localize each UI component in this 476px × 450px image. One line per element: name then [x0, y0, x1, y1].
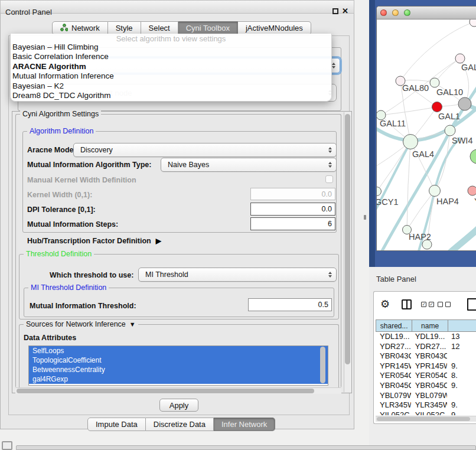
tab-infer-network[interactable]: Infer Network [214, 418, 275, 431]
mi-steps-label: Mutual Information Steps: [27, 220, 118, 229]
apply-button[interactable]: Apply [159, 399, 198, 412]
dropdown-item[interactable]: Dream8 DC_TDC Algorithm [11, 91, 331, 100]
network-window-titlebar[interactable] [377, 6, 476, 19]
tab-label: Network [71, 24, 100, 32]
mi-threshold-value: 0.5 [318, 301, 328, 309]
select-all-checkbox-icon[interactable]: ✓ [429, 302, 434, 307]
which-threshold-combo[interactable]: MI Threshold [138, 268, 337, 282]
node-label: SWI4 [452, 136, 472, 145]
collapse-arrow-icon[interactable]: ▼ [129, 321, 136, 328]
tab-label: jActiveMNodules [246, 24, 303, 32]
close-icon[interactable]: ✕ [342, 6, 348, 15]
float-window-icon[interactable] [332, 8, 338, 14]
tab-select[interactable]: Select [141, 21, 178, 35]
tab-jactivemnodules[interactable]: jActiveMNodules [238, 21, 311, 35]
tab-network[interactable]: Network [52, 21, 108, 35]
table-row[interactable]: YIL052CYIL052C9 [376, 410, 476, 415]
tab-impute-data[interactable]: Impute Data [87, 418, 146, 431]
table-cell: YLR345W [411, 400, 447, 410]
network-node-gcy1[interactable] [377, 187, 382, 196]
kernel-width-value: 0.0 [322, 190, 332, 198]
table-row[interactable]: YLR345WYLR345W9. [376, 400, 476, 410]
mac-close-icon[interactable] [380, 9, 387, 16]
table-row[interactable]: YDR27...YDR27...12 [376, 342, 476, 352]
table-row[interactable]: YER054CYER054C8. [376, 371, 476, 381]
tab-discretize-data[interactable]: Discretize Data [146, 418, 214, 431]
network-node-gal4[interactable] [403, 135, 418, 149]
network-node[interactable] [470, 149, 476, 164]
horizontal-scrollbar-thumb[interactable] [17, 389, 314, 393]
node-label: GAL80 [402, 83, 429, 93]
attribute-list-item[interactable]: gal4RGexp [29, 374, 328, 384]
column-header-partial[interactable] [448, 319, 476, 332]
mi-steps-field[interactable]: 6 [250, 217, 335, 230]
table-row[interactable]: YDL19...YDL19...13 [376, 332, 476, 342]
network-node-gal10[interactable] [430, 78, 439, 87]
deselect-all-checkbox-icon[interactable] [438, 302, 443, 307]
dpi-tolerance-field[interactable]: 0.0 [250, 203, 335, 216]
document-icon[interactable] [467, 298, 476, 311]
select-all-checkbox-icon[interactable]: ✓ [421, 302, 426, 307]
network-node-gal1[interactable] [432, 102, 442, 112]
column-header-shared-name[interactable]: shared... [376, 319, 412, 332]
tab-cyni-toolbox[interactable]: Cyni Toolbox [178, 21, 238, 35]
dropdown-prompt: Select algorithm to view settings [11, 34, 331, 43]
dropdown-item[interactable]: ARACNE Algorithm [11, 62, 331, 71]
bottom-scrollbar[interactable] [16, 445, 476, 450]
algorithm-definition-title: Algorithm Definition [27, 127, 96, 135]
kernel-width-field[interactable]: 0.0 [250, 188, 335, 200]
network-node-gal[interactable] [455, 54, 465, 63]
network-canvas[interactable]: GALGAL80GAL10GAL1GAL11SWI4GAL4GCY1HAP4YH… [377, 19, 476, 250]
table-horizontal-scrollbar-thumb[interactable] [377, 417, 470, 421]
network-node[interactable] [470, 19, 476, 27]
gear-icon[interactable]: ⚙ [380, 298, 390, 310]
attribute-list-item[interactable]: BetweennessCentrality [29, 365, 328, 374]
hub-definition-label: Hub/Transcription Factor Definition [27, 237, 151, 245]
attribute-list-item[interactable]: SelfLoops [29, 346, 328, 356]
mi-type-combo[interactable]: Naive Bayes [161, 158, 337, 172]
network-node-swi4[interactable] [445, 125, 455, 136]
network-icon [60, 24, 68, 33]
dropdown-items: Bayesian – Hill ClimbingBasic Correlatio… [11, 43, 331, 100]
vertical-scrollbar-thumb[interactable] [345, 114, 350, 364]
which-threshold-label: Which threshold to use: [50, 271, 133, 279]
network-node[interactable] [458, 97, 471, 110]
mi-threshold-field[interactable]: 0.5 [248, 298, 332, 311]
attributes-scrollbar-thumb[interactable] [320, 347, 325, 383]
manual-kernel-checkbox[interactable] [325, 175, 333, 183]
columns-icon[interactable] [402, 299, 412, 309]
table-row[interactable]: YBL079WYBL079W [376, 391, 476, 401]
network-node-y[interactable] [468, 186, 476, 195]
mac-minimize-icon[interactable] [392, 9, 399, 16]
bottom-left-button[interactable] [2, 441, 12, 450]
sources-group-title: Sources for Network Inference▼ [24, 320, 138, 328]
splitter-handle[interactable] [364, 215, 366, 220]
dropdown-item[interactable]: Basic Correlation Inference [11, 52, 331, 61]
table-cell: YBR045C [376, 381, 411, 391]
table-row[interactable]: YBR043CYBR043C [376, 351, 476, 361]
control-panel-title: Control Panel [5, 8, 52, 17]
dropdown-item[interactable]: Bayesian – K2 [11, 81, 331, 91]
column-header-name[interactable]: name [412, 319, 448, 332]
mac-zoom-icon[interactable] [404, 9, 410, 16]
table-row[interactable]: YBR045CYBR045C9. [376, 381, 476, 391]
attribute-list-item[interactable]: TopologicalCoefficient [29, 356, 328, 365]
data-attributes-list[interactable]: SelfLoopsTopologicalCoefficientBetweenne… [28, 345, 328, 386]
tab-label: Impute Data [96, 420, 138, 429]
network-node[interactable] [422, 240, 432, 249]
dropdown-item[interactable]: Bayesian – Hill Climbing [11, 43, 331, 52]
table-row[interactable]: YPR145WYPR145W9. [376, 361, 476, 371]
dropdown-item[interactable]: Mutual Information Inference [11, 71, 331, 81]
aracne-mode-combo[interactable]: Discovery [73, 143, 337, 157]
expand-arrow-icon[interactable]: ▶ [156, 237, 161, 245]
node-label: GAL4 [412, 149, 434, 159]
hub-definition-expander[interactable]: Hub/Transcription Factor Definition▶ [27, 237, 161, 245]
network-node-hap4[interactable] [429, 185, 441, 197]
table-cell: YPR145W [411, 361, 447, 371]
tab-style[interactable]: Style [108, 21, 141, 35]
table-cell: 8. [447, 371, 476, 381]
desktop-edge [369, 0, 375, 267]
network-nodes[interactable]: GALGAL80GAL10GAL1GAL11SWI4GAL4GCY1HAP4YH… [377, 19, 476, 249]
deselect-all-checkbox-icon[interactable] [445, 302, 451, 307]
table-cell [447, 391, 476, 401]
